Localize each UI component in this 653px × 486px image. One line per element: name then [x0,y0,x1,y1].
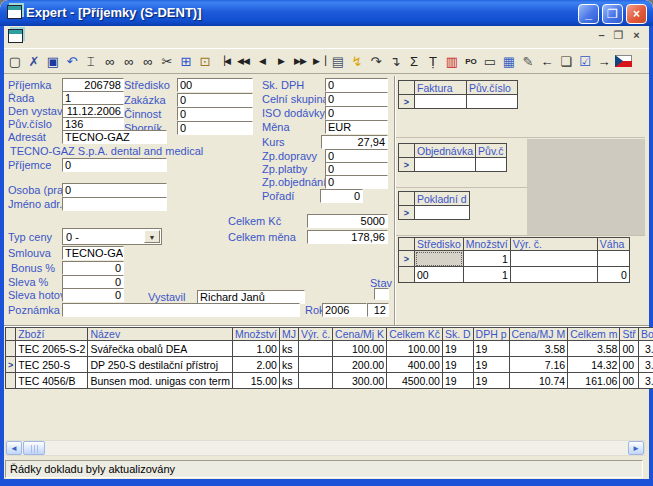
grid-row[interactable]: > [399,158,507,172]
grid-cell[interactable]: 3.58 [509,341,568,357]
grid-cell[interactable] [415,95,467,109]
prijemka-field[interactable]: 206798 [62,78,124,92]
horizontal-scrollbar[interactable]: ◄ ► [5,440,645,456]
grid-cell[interactable]: ks [279,357,298,373]
row-selector[interactable]: > [6,357,16,373]
text-tool-icon[interactable]: Ṭ [424,52,442,71]
cut-icon[interactable]: ✂ [158,52,176,71]
rok-mesic-field[interactable]: 12 [367,303,389,317]
properties-icon[interactable]: ❏ [557,52,575,71]
grid-row[interactable]: TEC 4056/BBunsen mod. unigas con term15.… [6,373,653,389]
grid-row[interactable]: 0010 [399,267,630,283]
zp-dopravy-field[interactable]: 0 [325,149,388,163]
grid-cell[interactable]: 300.00 [333,373,387,389]
puv-cislo-field[interactable]: 136 [62,117,124,131]
grid-cell[interactable] [415,251,464,267]
app-icon[interactable] [7,5,22,19]
nav-fast-prev-icon[interactable]: ◀◀ [234,52,252,71]
nav-fast-next-icon[interactable]: ▶▶ [291,52,309,71]
den-vystaveni-field[interactable]: 11.12.2006 [62,104,124,118]
grid-cell[interactable]: 19 [473,341,509,357]
grid-cell[interactable]: 19 [442,341,473,357]
grid-cell[interactable] [467,95,518,109]
maximize-button[interactable]: ❐ [602,4,623,24]
grid-cell[interactable]: 00 [620,357,638,373]
grid-cell[interactable] [415,206,470,220]
grid-cell[interactable] [415,158,476,172]
scrollbar-thumb[interactable] [23,441,45,455]
vystavil-field[interactable]: Richard Janů [197,290,305,304]
find-next-icon[interactable]: ∞ [120,52,138,71]
grid-cell[interactable]: 19 [473,357,509,373]
grid-cell[interactable]: 3.40 [638,373,653,389]
grid-cell[interactable]: 0 [597,267,629,283]
grid-cell[interactable]: Bunsen mod. unigas con term [88,373,233,389]
grid-cell[interactable]: 7.16 [509,357,568,373]
row-selector[interactable]: > [399,206,415,220]
po-icon[interactable]: PO [462,52,480,71]
celkem-mena-field[interactable]: 178,96 [307,230,388,244]
stredisko-field[interactable]: 00 [177,78,253,92]
grid-row[interactable]: > [399,206,470,220]
mdi-restore-button[interactable]: ❐ [611,28,626,43]
close-button[interactable]: × [626,4,647,24]
grid-cell[interactable]: Svářečka obalů DEA [88,341,233,357]
grid-cell[interactable] [298,373,332,389]
row-selector[interactable]: > [399,251,415,267]
table-icon[interactable]: ▦ [500,52,518,71]
page-link-icon[interactable]: ↴ [386,52,404,71]
stav-field[interactable] [374,288,389,300]
grid-row[interactable]: >1 [399,251,630,267]
grid-cell[interactable] [298,341,332,357]
rok-field[interactable]: 2006 [322,303,367,317]
grid-cell[interactable]: TEC 250-S [16,357,88,373]
row-selector[interactable] [399,267,415,283]
grid-cell[interactable]: 4500.00 [387,373,443,389]
mdi-close-button[interactable]: × [629,28,644,43]
zp-platby-field[interactable]: 0 [325,162,388,176]
save-icon[interactable]: ▣ [44,52,62,71]
grid-cell[interactable]: 1.00 [232,341,279,357]
czech-flag-icon[interactable] [614,52,634,71]
grid-cell[interactable]: 100.00 [387,341,443,357]
check-icon[interactable]: ☑ [576,52,594,71]
grid-cell[interactable]: 400.00 [387,357,443,373]
grid-cell[interactable]: 00 [415,267,464,283]
grid-cell[interactable]: 161.06 [568,373,620,389]
nav-first-icon[interactable]: ▕◀ [215,52,233,71]
mena-field[interactable]: EUR [325,120,388,134]
grid-cell[interactable]: 00 [620,373,638,389]
grid-cell[interactable] [476,158,506,172]
sbornik-field[interactable]: 0 [177,121,253,135]
grid-cell[interactable]: 100.00 [333,341,387,357]
osoba-field[interactable]: 0 [62,183,167,197]
adresat-field[interactable]: TECNO-GAZ [62,130,167,144]
row-selector[interactable]: > [399,95,415,109]
comb-icon[interactable]: ▥ [443,52,461,71]
grid-cell[interactable]: 200.00 [333,357,387,373]
sleva-field[interactable]: 0 [62,275,124,289]
grid-row[interactable]: TEC 2065-S-2Svářečka obalů DEA1.00ks100.… [6,341,653,357]
grid-cell[interactable]: DP 250-S destilační přístroj [88,357,233,373]
mdi-document-icon[interactable] [8,29,23,43]
grid-cell[interactable]: 00 [620,341,638,357]
grid-cell[interactable]: ks [279,373,298,389]
row-selector[interactable]: > [399,158,415,172]
sk-dph-field[interactable]: 0 [325,78,388,92]
forward-arrow-icon[interactable]: → [595,52,613,71]
chevron-down-icon[interactable]: ▼ [144,230,160,243]
scroll-left-icon[interactable]: ◄ [6,441,22,455]
cinnost-field[interactable]: 0 [177,107,253,121]
sum-icon[interactable]: Σ [405,52,423,71]
poznamka-field[interactable] [62,303,300,317]
mdi-minimize-button[interactable]: – [594,28,609,43]
grid-cell[interactable]: 14.32 [568,357,620,373]
grid-row[interactable]: > [399,95,518,109]
row-selector[interactable] [6,341,16,357]
grid-cell[interactable]: 19 [442,373,473,389]
scroll-right-icon[interactable]: ► [628,441,644,455]
find-icon[interactable]: ∞ [101,52,119,71]
sleva-hotove-field[interactable]: 0 [62,288,124,302]
paste-icon[interactable]: ⊡ [196,52,214,71]
grid-cell[interactable]: 1 [463,267,510,283]
